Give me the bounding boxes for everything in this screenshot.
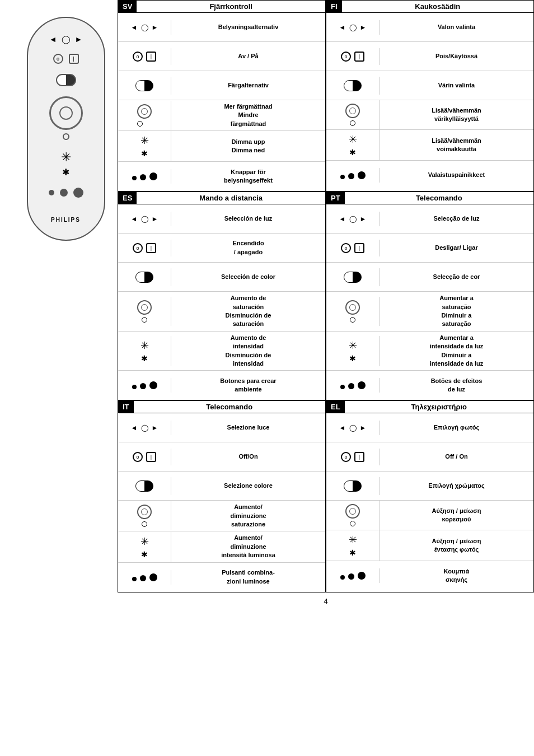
it-section-title: Telecomando (134, 401, 325, 413)
it-row-6-text: Pulsanti combina- zioni luminose (171, 566, 325, 588)
fi-row-6: Valaistuspainikkeet (326, 161, 533, 190)
dot-sm-icon (340, 175, 345, 179)
pt-row-1-icon: ◄ ◯ ► (326, 212, 380, 226)
remote-illustration: ◄ ◯ ► o | ✳ ✱ PHILIPS (11, 17, 120, 258)
sv-row-6-text: Knappar för belysningseffekt (171, 166, 325, 188)
it-row-4: Aumento/ diminuzione saturazione (118, 501, 325, 531)
snowflake-icon: ✳ (349, 339, 357, 352)
page-number: 4 (118, 597, 534, 605)
el-row-6-text: Κουμπιά σκηνής (380, 565, 533, 587)
es-row-4-text: Aumento de saturación Disminución de sat… (171, 292, 325, 331)
pt-row-5-text: Aumentar a intensidade da luz Diminuir a… (380, 332, 533, 371)
fi-row-2-icon: o | (326, 48, 380, 65)
fi-row-6-text: Valaistuspainikkeet (380, 169, 533, 181)
section-fi: FI Kaukosäädin ◄ ◯ ► Valon valinta o | P… (326, 0, 534, 192)
fi-row-6-icon (326, 168, 380, 183)
dot-medium-icon (60, 189, 68, 197)
fi-row-1-text: Valon valinta (380, 21, 533, 34)
snowflake-icon: ✳ (140, 134, 149, 147)
sv-row-3-text: Färgalternativ (171, 79, 325, 92)
dot-lg-icon (358, 171, 366, 179)
speaker-small-icon: ◯ (141, 24, 148, 31)
it-row-4-icon (118, 501, 171, 530)
es-row-6-text: Botones para crear ambiente (171, 375, 325, 396)
sv-lang-badge: SV (118, 1, 137, 12)
small-circle-icon (142, 317, 147, 323)
small-circle-icon (350, 521, 355, 526)
el-row-6-icon (326, 568, 380, 583)
sv-row-6-icon (118, 169, 171, 184)
es-row-3: Selección de color (118, 263, 325, 292)
asterisk-icon: ✱ (349, 548, 356, 557)
fi-row-1: ◄ ◯ ► Valon valinta (326, 13, 533, 42)
es-row-1-text: Selección de luz (171, 212, 325, 225)
ring-icon (137, 104, 152, 119)
pt-row-6: Botões de efeitos de luz (326, 371, 533, 400)
es-row-6-icon (118, 378, 171, 393)
es-section-title: Mando a distancia (137, 192, 325, 204)
sv-section-title: Fjärrkontroll (137, 1, 325, 12)
el-row-6: Κουμπιά σκηνής (326, 561, 533, 590)
power-on-small-icon: | (354, 243, 364, 253)
sv-row-2-text: Av / På (171, 50, 325, 63)
it-row-5: ✳ ✱ Aumento/ diminuzione intensità lumin… (118, 531, 325, 562)
color-select-icon (135, 480, 153, 492)
arrow-left-small-icon: ◄ (131, 424, 138, 432)
el-row-4: Αύξηση / μείωση κορεσμού (326, 501, 533, 530)
fi-title-row: FI Kaukosäädin (326, 1, 533, 13)
pt-row-6-text: Botões de efeitos de luz (380, 375, 533, 396)
it-row-6: Pulsanti combina- zioni luminose (118, 563, 325, 592)
dot-md-icon (140, 383, 146, 389)
ring-icon (345, 300, 360, 315)
arrow-right-small-icon: ► (360, 424, 367, 432)
it-row-2-icon: o | (118, 449, 171, 465)
small-circle-icon (350, 317, 355, 323)
ring-icon (137, 300, 152, 315)
arrow-right-small-icon: ► (360, 215, 367, 223)
es-row-2-text: Encendido / apagado (171, 237, 325, 259)
fi-row-4: Lisää/vähemmän värikylläisyyttä (326, 100, 533, 130)
fi-row-5-icon: ✳ ✱ (326, 130, 380, 160)
sv-row-5-text: Dimma upp Dimma ned (171, 136, 325, 157)
speaker-small-icon: ◯ (141, 215, 148, 223)
it-row-3-text: Selezione colore (171, 479, 325, 492)
dot-md-icon (140, 174, 146, 180)
pt-row-2: o | Desligar/ Ligar (326, 234, 533, 263)
es-row-4: Aumento de saturación Disminución de sat… (118, 292, 325, 332)
power-off-small-icon: o (133, 52, 143, 62)
sv-title-row: SV Fjärrkontroll (118, 1, 325, 13)
fi-row-3-icon (326, 77, 380, 95)
power-off-small-icon: o (341, 52, 351, 62)
pt-row-5-icon: ✳ ✱ (326, 336, 380, 366)
fi-row-2-text: Pois/Käytössä (380, 50, 533, 63)
small-circle-icon (137, 121, 143, 127)
el-row-1-text: Επιλογή φωτός (380, 421, 533, 434)
dot-lg-icon (149, 172, 157, 180)
fi-row-3: Värin valinta (326, 71, 533, 100)
section-es: ES Mando a distancia ◄ ◯ ► Selección de … (118, 192, 326, 400)
sv-row-3: Färgalternativ (118, 71, 325, 100)
pt-row-3: Selecção de cor (326, 263, 533, 292)
fi-row-4-text: Lisää/vähemmän värikylläisyyttä (380, 104, 533, 126)
el-row-2-text: Off / On (380, 450, 533, 463)
it-row-2-text: Off/On (171, 450, 325, 463)
asterisk-icon: ✱ (349, 354, 356, 363)
dot-sm-icon (132, 577, 137, 581)
power-on-icon: | (69, 54, 79, 64)
sv-row-4-text: Mer färgmättnad Mindre färgmättnad (171, 100, 325, 130)
snowflake-icon: ✳ (61, 150, 71, 165)
remote-dot-row (49, 188, 83, 198)
dot-md-icon (348, 173, 354, 179)
asterisk-icon: ✱ (62, 167, 69, 178)
arrow-left-small-icon: ◄ (339, 424, 346, 432)
it-row-4-text: Aumento/ diminuzione saturazione (171, 501, 325, 531)
el-row-5-text: Αύξηση / μείωση έντασης φωτός (380, 535, 533, 557)
color-select-icon (135, 80, 153, 91)
it-row-5-text: Aumento/ diminuzione intensità luminosa (171, 531, 325, 562)
dot-lg-icon (358, 572, 366, 580)
el-row-5-icon: ✳ ✱ (326, 530, 380, 561)
color-select-icon (344, 272, 362, 283)
dot-lg-icon (358, 381, 366, 389)
arrow-left-small-icon: ◄ (339, 215, 346, 223)
es-row-5: ✳ ✱ Aumento de intensidad Disminución de… (118, 332, 325, 371)
